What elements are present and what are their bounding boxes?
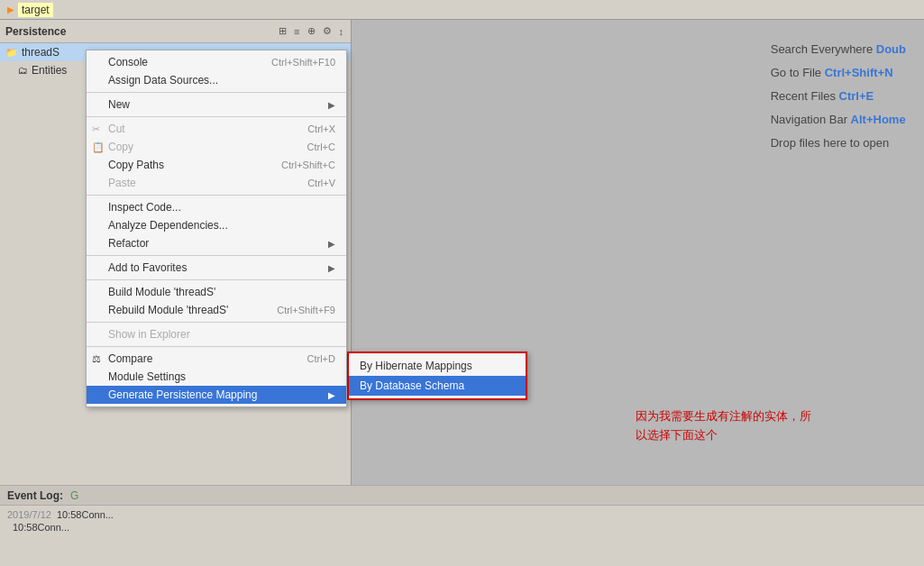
menu-label-paste: Paste <box>108 177 136 189</box>
event-log-panel: Event Log: G 2019/7/12 10:58Conn... 10:5… <box>0 485 924 566</box>
hint-nav-bar: Navigation Bar Alt+Home <box>771 108 906 132</box>
hint-drop-files: Drop files here to open <box>771 132 906 155</box>
menu-item-show-explorer[interactable]: Show in Explorer <box>87 325 346 343</box>
list-icon[interactable]: ≡ <box>292 25 301 38</box>
event-time-1: 2019/7/12 <box>7 509 51 520</box>
menu-label-compare: Compare <box>108 352 152 365</box>
nav-arrow-icon: ▶ <box>7 5 14 14</box>
event-log-content: 2019/7/12 10:58Conn... 10:58Conn... <box>0 506 924 538</box>
menu-item-compare[interactable]: ⚖ Compare Ctrl+D <box>87 350 346 368</box>
menu-label-copy-paths: Copy Paths <box>108 159 164 171</box>
submenu-generate: By Hibernate Mappings By Database Schema <box>347 351 527 400</box>
menu-shortcut-cut: Ctrl+X <box>307 123 335 134</box>
menu-label-add-favorites: Add to Favorites <box>108 261 187 274</box>
hint-goto-file: Go to File Ctrl+Shift+N <box>771 61 906 85</box>
menu-shortcut-copy-paths: Ctrl+Shift+C <box>281 160 335 170</box>
menu-label-cut: Cut <box>108 123 125 135</box>
menu-item-paste[interactable]: Paste Ctrl+V <box>87 174 346 192</box>
cut-icon: ✂ <box>92 123 100 135</box>
expand-icon[interactable]: ⊞ <box>277 24 288 38</box>
event-log-entry-1: 2019/7/12 10:58Conn... <box>7 509 917 520</box>
menu-shortcut-rebuild: Ctrl+Shift+F9 <box>277 305 335 315</box>
menu-separator-5 <box>87 279 346 280</box>
menu-separator-3 <box>87 195 346 196</box>
menu-separator-7 <box>87 346 346 347</box>
settings-icon[interactable]: ⚙ <box>321 24 334 38</box>
event-log-status: G <box>70 489 78 502</box>
menu-item-build-module[interactable]: Build Module 'threadS' <box>87 283 346 301</box>
context-menu: Console Ctrl+Shift+F10 Assign Data Sourc… <box>86 50 347 407</box>
menu-item-inspect-code[interactable]: Inspect Code... <box>87 198 346 216</box>
add-icon[interactable]: ⊕ <box>306 24 317 38</box>
hint-search: Search Everywhere Doub <box>771 38 906 61</box>
event-log-header: Event Log: G <box>0 486 924 506</box>
entities-icon: 🗂 <box>18 65 28 76</box>
copy-icon: 📋 <box>92 142 105 153</box>
menu-item-module-settings[interactable]: Module Settings <box>87 368 346 386</box>
menu-arrow-new: ▶ <box>328 100 335 110</box>
menu-item-assign-data-sources[interactable]: Assign Data Sources... <box>87 71 346 89</box>
menu-item-copy-paths[interactable]: Copy Paths Ctrl+Shift+C <box>87 156 346 174</box>
menu-arrow-generate: ▶ <box>328 390 335 400</box>
menu-item-generate-persistence[interactable]: Generate Persistence Mapping ▶ <box>87 386 346 404</box>
menu-separator-6 <box>87 322 346 323</box>
menu-item-copy[interactable]: 📋 Copy Ctrl+C <box>87 138 346 156</box>
compare-icon: ⚖ <box>92 353 101 365</box>
menu-shortcut-copy: Ctrl+C <box>307 142 335 152</box>
submenu-label-hibernate: By Hibernate Mappings <box>360 360 472 372</box>
menu-label-console: Console <box>108 56 148 68</box>
menu-item-console[interactable]: Console Ctrl+Shift+F10 <box>87 53 346 71</box>
folder-icon: 📁 <box>5 47 18 59</box>
event-log-title: Event Log: <box>7 489 63 502</box>
persistence-title: Persistence <box>5 25 66 38</box>
menu-label-copy: Copy <box>108 141 133 153</box>
menu-separator-2 <box>87 116 346 117</box>
menu-arrow-refactor: ▶ <box>328 239 335 249</box>
menu-item-new[interactable]: New ▶ <box>87 96 346 114</box>
menu-label-build-module: Build Module 'threadS' <box>108 286 215 298</box>
project-title: target <box>18 3 53 17</box>
hint-recent-files: Recent Files Ctrl+E <box>771 85 906 108</box>
menu-label-new: New <box>108 98 130 111</box>
menu-label-show-explorer: Show in Explorer <box>108 328 190 341</box>
menu-arrow-favorites: ▶ <box>328 263 335 273</box>
menu-label-assign-data-sources: Assign Data Sources... <box>108 74 218 87</box>
submenu-item-database[interactable]: By Database Schema <box>349 376 526 396</box>
menu-label-inspect-code: Inspect Code... <box>108 201 181 214</box>
menu-label-refactor: Refactor <box>108 237 149 250</box>
menu-label-generate-persistence: Generate Persistence Mapping <box>108 388 257 401</box>
menu-item-refactor[interactable]: Refactor ▶ <box>87 234 346 252</box>
menu-shortcut-compare: Ctrl+D <box>307 353 335 364</box>
menu-shortcut-console: Ctrl+Shift+F10 <box>271 57 335 68</box>
menu-shortcut-paste: Ctrl+V <box>307 178 335 188</box>
persistence-header: Persistence ⊞ ≡ ⊕ ⚙ ↕ <box>0 20 351 43</box>
menu-item-cut[interactable]: ✂ Cut Ctrl+X <box>87 120 346 138</box>
event-msg-1: 10:58Conn... <box>57 509 114 520</box>
hints-panel: Search Everywhere Doub Go to File Ctrl+S… <box>771 38 906 155</box>
menu-label-module-settings: Module Settings <box>108 370 186 383</box>
submenu-item-hibernate[interactable]: By Hibernate Mappings <box>349 356 526 376</box>
menu-item-rebuild-module[interactable]: Rebuild Module 'threadS' Ctrl+Shift+F9 <box>87 301 346 319</box>
collapse-icon[interactable]: ↕ <box>337 25 346 38</box>
menu-label-analyze-deps: Analyze Dependencies... <box>108 219 228 232</box>
menu-separator-4 <box>87 255 346 256</box>
persistence-toolbar: ⊞ ≡ ⊕ ⚙ ↕ <box>277 24 345 38</box>
menu-label-rebuild-module: Rebuild Module 'threadS' <box>108 304 228 316</box>
menu-item-analyze-deps[interactable]: Analyze Dependencies... <box>87 216 346 234</box>
top-bar: ▶ target <box>0 0 924 20</box>
tree-label-entities: Entities <box>32 64 67 77</box>
event-log-entry-2: 10:58Conn... <box>7 522 917 533</box>
submenu-label-database: By Database Schema <box>360 379 464 392</box>
event-msg-2: 10:58Conn... <box>13 522 69 533</box>
menu-separator-1 <box>87 92 346 93</box>
annotation-text: 因为我需要生成有注解的实体，所以选择下面这个 <box>636 407 816 445</box>
menu-item-add-favorites[interactable]: Add to Favorites ▶ <box>87 259 346 277</box>
tree-label-threads: threadS <box>22 46 59 59</box>
